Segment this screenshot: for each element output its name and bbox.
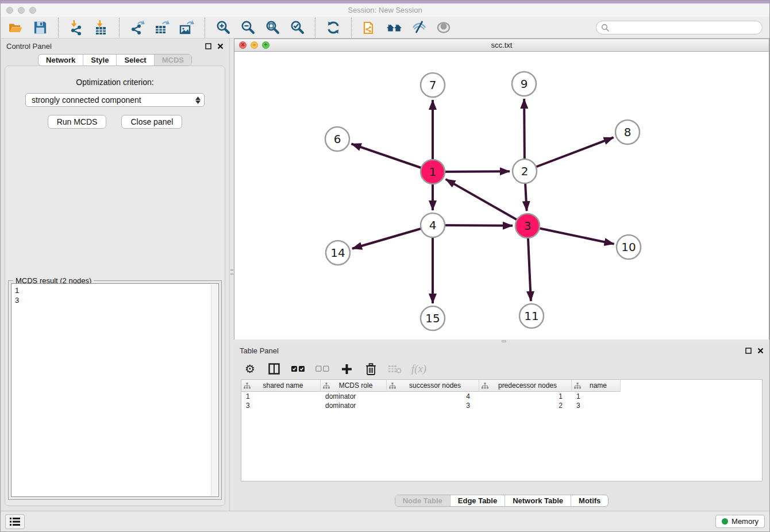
zoom-fit-icon[interactable] xyxy=(264,20,280,36)
graph-node-8[interactable]: 8 xyxy=(615,120,640,144)
main-toolbar xyxy=(1,17,769,38)
split-view-icon[interactable] xyxy=(267,362,281,376)
column-header-shared-name[interactable]: shared name xyxy=(241,380,321,392)
edge-1-6[interactable] xyxy=(352,144,433,172)
tab-network-table[interactable]: Network Table xyxy=(505,495,571,506)
node-label: 10 xyxy=(621,240,636,254)
node-table[interactable]: shared nameMCDS rolesuccessor nodesprede… xyxy=(241,379,763,481)
list-icon xyxy=(10,518,20,526)
node-label: 14 xyxy=(330,246,345,260)
table-toolbar: ⚙ xyxy=(234,358,769,379)
graph-node-10[interactable]: 10 xyxy=(617,235,641,259)
cell-name: 1 xyxy=(572,392,621,400)
zoom-out-icon[interactable] xyxy=(240,20,256,36)
edge-3-1[interactable] xyxy=(446,179,528,226)
cell-successor-nodes: 4 xyxy=(387,392,479,400)
control-panel-title: Control Panel xyxy=(6,42,52,51)
task-history-button[interactable] xyxy=(5,514,25,529)
cell-predecessor-nodes: 2 xyxy=(479,402,572,410)
network-canvas[interactable]: 7968124314101511 xyxy=(234,52,769,340)
search-field[interactable] xyxy=(596,21,763,34)
graph-node-2[interactable]: 2 xyxy=(513,159,537,183)
graph-node-7[interactable]: 7 xyxy=(421,73,445,97)
tab-node-table[interactable]: Node Table xyxy=(395,495,450,506)
graph-node-6[interactable]: 6 xyxy=(325,127,349,151)
table-header-row: shared nameMCDS rolesuccessor nodesprede… xyxy=(241,380,762,392)
graph-node-9[interactable]: 9 xyxy=(512,72,536,96)
column-header-successor-nodes[interactable]: successor nodes xyxy=(387,380,479,392)
graph-node-14[interactable]: 14 xyxy=(326,241,350,265)
application-window: Session: New Session xyxy=(0,0,770,532)
search-icon xyxy=(601,24,609,32)
titlebar: Session: New Session xyxy=(1,3,769,17)
graph-node-4[interactable]: 4 xyxy=(421,213,445,237)
tab-style[interactable]: Style xyxy=(83,55,116,65)
export-image-icon[interactable] xyxy=(179,20,195,36)
float-panel-icon[interactable] xyxy=(745,348,752,354)
memory-button[interactable]: Memory xyxy=(715,515,765,528)
mcds-result-text[interactable]: 13 xyxy=(11,283,219,497)
table-settings-gear-icon[interactable]: ⚙ xyxy=(243,362,257,376)
control-panel-tabs: NetworkStyleSelectMCDS xyxy=(1,54,229,66)
result-scrollbar[interactable] xyxy=(211,284,218,496)
table-row[interactable]: 3dominator323 xyxy=(241,401,762,410)
delete-column-trash-icon[interactable] xyxy=(364,362,378,376)
table-panel-title: Table Panel xyxy=(240,346,279,355)
tab-motifs[interactable]: Motifs xyxy=(571,495,608,506)
search-input[interactable] xyxy=(612,23,757,32)
tab-select[interactable]: Select xyxy=(116,55,153,65)
edge-2-8[interactable] xyxy=(525,137,614,171)
cell-MCDS-role: dominator xyxy=(321,402,387,410)
close-panel-icon[interactable] xyxy=(757,348,764,354)
zoom-selected-icon[interactable] xyxy=(289,20,305,36)
memory-label: Memory xyxy=(732,517,759,526)
column-header-predecessor-nodes[interactable]: predecessor nodes xyxy=(479,380,572,392)
export-network-icon[interactable] xyxy=(129,20,145,36)
graph-node-15[interactable]: 15 xyxy=(421,306,445,330)
column-header-name[interactable]: name xyxy=(572,380,621,392)
node-label: 1 xyxy=(429,165,437,179)
tab-edge-table[interactable]: Edge Table xyxy=(450,495,505,506)
export-table-icon[interactable] xyxy=(154,20,170,36)
save-icon[interactable] xyxy=(32,20,48,36)
optimization-criterion-select[interactable]: strongly connected component xyxy=(25,93,205,107)
import-network-icon[interactable] xyxy=(68,20,84,36)
splitter-grip[interactable] xyxy=(502,340,506,342)
control-panel: Control Panel NetworkStyleSelectMCDS Opt… xyxy=(1,38,230,511)
zoom-in-icon[interactable] xyxy=(215,20,231,36)
mcds-tab-content: Optimization criterion: strongly connect… xyxy=(5,65,225,506)
hide-eye-icon[interactable] xyxy=(411,20,427,36)
clone-network-icon[interactable] xyxy=(361,20,378,36)
home-view-icon[interactable] xyxy=(386,20,402,36)
vertical-splitter[interactable] xyxy=(230,38,234,511)
graph-node-3[interactable]: 3 xyxy=(515,214,540,238)
add-column-icon[interactable] xyxy=(340,362,353,376)
node-label: 3 xyxy=(524,219,532,233)
cell-name: 3 xyxy=(572,402,621,410)
table-row[interactable]: 1dominator411 xyxy=(241,392,762,401)
edge-3-10[interactable] xyxy=(528,226,614,244)
splitter-grip[interactable] xyxy=(230,269,233,275)
import-table-icon[interactable] xyxy=(93,20,109,36)
toolbar-separator xyxy=(351,18,352,37)
column-header-MCDS-role[interactable]: MCDS role xyxy=(321,380,387,392)
graph-node-1[interactable]: 1 xyxy=(421,160,445,184)
network-graph[interactable]: 7968124314101511 xyxy=(234,52,769,340)
open-folder-icon[interactable] xyxy=(7,20,24,36)
close-panel-icon[interactable] xyxy=(217,43,224,49)
close-panel-button[interactable]: Close panel xyxy=(121,115,182,129)
network-window-titlebar[interactable]: ✕ − + scc.txt xyxy=(234,39,769,52)
tab-network[interactable]: Network xyxy=(38,55,83,65)
tab-mcds[interactable]: MCDS xyxy=(154,55,191,65)
workspace: Control Panel NetworkStyleSelectMCDS Opt… xyxy=(1,38,769,511)
cell-predecessor-nodes: 1 xyxy=(479,392,572,400)
graph-node-11[interactable]: 11 xyxy=(519,304,544,328)
refresh-layout-icon[interactable] xyxy=(325,20,341,36)
deselect-all-columns-icon[interactable] xyxy=(315,362,329,376)
select-all-columns-icon[interactable] xyxy=(291,362,305,376)
horizontal-splitter[interactable] xyxy=(234,340,769,343)
memory-status-icon xyxy=(722,518,728,525)
network-window-title: scc.txt xyxy=(234,41,769,49)
run-mcds-button[interactable]: Run MCDS xyxy=(48,115,107,129)
float-panel-icon[interactable] xyxy=(205,43,211,49)
